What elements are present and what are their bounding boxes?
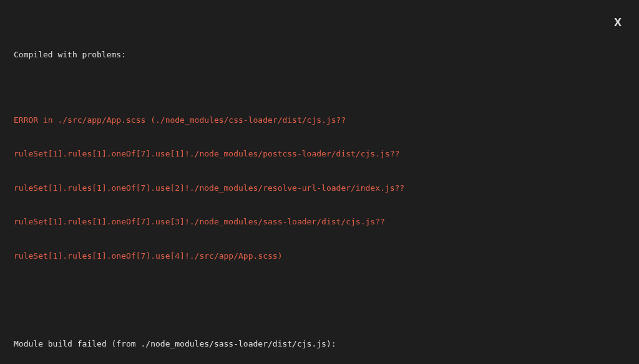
message-block: Module build failed (from ./node_modules… <box>14 316 625 364</box>
error-block: ERROR in ./src/app/App.scss (./node_modu… <box>14 92 625 284</box>
error-line: ruleSet[1].rules[1].oneOf[7].use[2]!./no… <box>14 183 625 194</box>
error-overlay: X Compiled with problems: ERROR in ./src… <box>0 0 639 364</box>
error-line: ERROR in ./src/app/App.scss (./node_modu… <box>14 115 625 126</box>
error-line: ruleSet[1].rules[1].oneOf[7].use[4]!./sr… <box>14 251 625 262</box>
message-line: Module build failed (from ./node_modules… <box>14 338 625 350</box>
close-icon[interactable]: X <box>614 15 622 31</box>
error-line: ruleSet[1].rules[1].oneOf[7].use[1]!./no… <box>14 148 625 160</box>
error-line: ruleSet[1].rules[1].oneOf[7].use[3]!./no… <box>14 216 625 228</box>
header-title: Compiled with problems: <box>14 49 625 60</box>
